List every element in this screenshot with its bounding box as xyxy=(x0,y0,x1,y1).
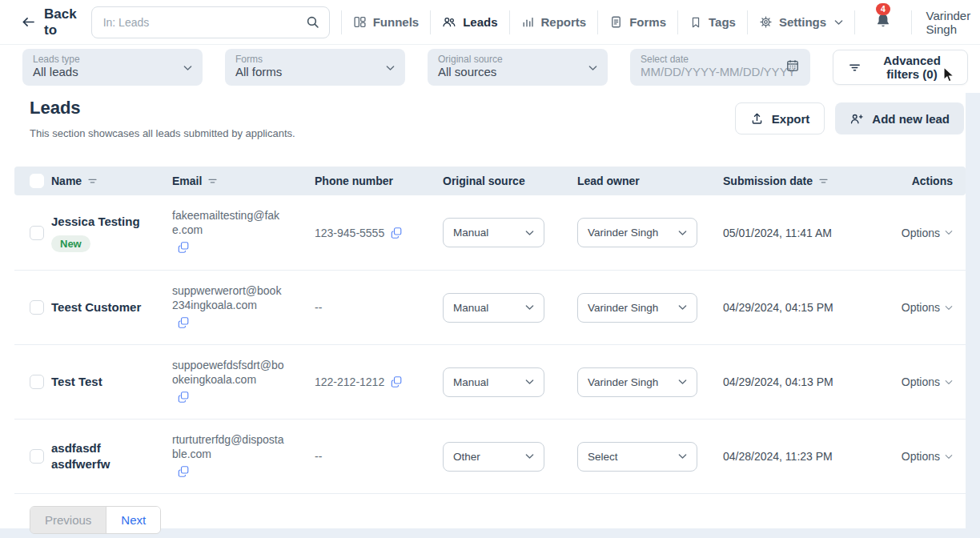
row-checkbox[interactable] xyxy=(30,449,44,464)
table-header-row: Name Email Phone number Original source … xyxy=(14,167,966,195)
tags-icon xyxy=(689,16,702,29)
lead-owner-select[interactable]: Varinder Singh xyxy=(577,367,697,397)
select-all-checkbox[interactable] xyxy=(30,174,44,188)
original-source-select[interactable]: Other xyxy=(443,442,544,472)
source-cell: Manual xyxy=(443,367,577,397)
top-navigation-bar: Back to FunnelsLeadsReportsFormsTagsSett… xyxy=(0,0,980,45)
export-button[interactable]: Export xyxy=(735,102,825,134)
lead-phone: 123-945-5555 xyxy=(315,227,384,239)
add-user-icon xyxy=(849,112,864,126)
copy-icon xyxy=(177,316,190,329)
email-cell: suppoewefdsfsdrt@bookeingkoala.com xyxy=(172,358,315,407)
copy-email-button[interactable] xyxy=(177,391,190,404)
filter-leads-type[interactable]: Leads typeAll leads xyxy=(22,49,203,86)
column-header-name[interactable]: Name xyxy=(51,175,172,187)
export-label: Export xyxy=(772,112,810,126)
name-cell: Teest Customer xyxy=(51,299,172,315)
nav-item-settings[interactable]: Settings xyxy=(748,6,854,38)
next-page-button[interactable]: Next xyxy=(106,507,160,533)
main-nav: FunnelsLeadsReportsFormsTagsSettings xyxy=(341,6,855,38)
nav-item-funnels[interactable]: Funnels xyxy=(342,6,431,38)
nav-item-forms[interactable]: Forms xyxy=(598,6,677,38)
back-label: Back to xyxy=(44,6,77,38)
lead-phone: -- xyxy=(315,301,322,314)
original-source-select[interactable]: Manual xyxy=(443,218,544,247)
add-new-lead-label: Add new lead xyxy=(872,112,950,126)
notifications-button[interactable]: 4 xyxy=(870,9,897,36)
back-button[interactable]: Back to xyxy=(21,6,77,38)
actions-cell: Options xyxy=(905,301,966,314)
email-cell: rturtutrerfdg@dispostable.com xyxy=(172,432,315,481)
name-cell: Jessica Testing New xyxy=(51,214,172,252)
add-new-lead-button[interactable]: Add new lead xyxy=(835,102,964,134)
nav-item-reports[interactable]: Reports xyxy=(510,6,598,38)
options-button[interactable]: Options xyxy=(902,450,953,463)
copy-phone-button[interactable] xyxy=(390,227,403,239)
phone-cell: 122-212-1212 xyxy=(315,375,443,388)
previous-page-button[interactable]: Previous xyxy=(30,507,106,533)
copy-email-button[interactable] xyxy=(177,241,190,254)
column-header-date[interactable]: Submission date xyxy=(723,175,905,187)
chevron-down-icon xyxy=(525,230,534,236)
chevron-down-icon xyxy=(588,65,597,71)
source-cell: Other xyxy=(443,442,577,472)
page-title: Leads xyxy=(30,98,295,118)
user-menu[interactable]: Varinder Singh xyxy=(926,9,980,36)
search-icon[interactable] xyxy=(305,14,320,30)
leads-icon xyxy=(442,15,456,29)
row-checkbox[interactable] xyxy=(30,300,44,315)
calendar-icon xyxy=(785,58,800,73)
sort-icon xyxy=(87,178,98,185)
column-header-actions: Actions xyxy=(905,175,966,187)
chevron-down-icon xyxy=(183,65,192,71)
table-row: Test Test suppoewefdsfsdrt@bookeingkoala… xyxy=(14,344,966,419)
table-row: Teest Customer suppwerwerort@book234ingk… xyxy=(14,270,966,344)
chevron-down-icon xyxy=(678,230,687,236)
lead-owner-select[interactable]: Varinder Singh xyxy=(577,218,697,247)
nav-item-leads[interactable]: Leads xyxy=(431,6,508,38)
sort-icon xyxy=(207,178,218,185)
row-checkbox[interactable] xyxy=(30,226,44,240)
original-source-select[interactable]: Manual xyxy=(443,293,544,323)
lead-owner-select[interactable]: Varinder Singh xyxy=(577,293,697,323)
lead-phone: 122-212-1212 xyxy=(315,375,384,388)
lead-owner-select[interactable]: Select xyxy=(577,442,697,472)
lead-name: Teest Customer xyxy=(51,299,172,315)
column-header-email[interactable]: Email xyxy=(172,175,315,187)
row-checkbox[interactable] xyxy=(30,375,44,389)
search-input[interactable] xyxy=(91,6,330,38)
original-source-select[interactable]: Manual xyxy=(443,367,544,397)
pagination: Previous Next xyxy=(30,506,161,534)
filter-select-date[interactable]: Select dateMM/DD/YYYY-MM/DD/YYYY xyxy=(630,49,810,86)
owner-cell: Varinder Singh xyxy=(577,367,723,397)
nav-item-tags[interactable]: Tags xyxy=(678,6,747,38)
chevron-down-icon xyxy=(678,453,687,460)
copy-email-button[interactable] xyxy=(177,316,190,329)
table-row: Jessica Testing New fakeemailtesting@fak… xyxy=(14,195,966,270)
settings-icon xyxy=(759,15,773,29)
source-cell: Manual xyxy=(443,218,577,247)
options-button[interactable]: Options xyxy=(902,375,953,388)
phone-cell: -- xyxy=(315,450,443,463)
options-button[interactable]: Options xyxy=(902,227,953,239)
advanced-filters-button[interactable]: Advanced filters (0) xyxy=(833,50,968,85)
advanced-filters-label: Advanced filters (0) xyxy=(871,54,953,81)
filter-pills: Leads typeAll leadsFormsAll formsOrigina… xyxy=(22,49,810,86)
copy-icon xyxy=(177,391,190,404)
name-cell: asdfasdf asdfwerfw xyxy=(51,440,172,472)
filter-original-source[interactable]: Original sourceAll sources xyxy=(428,49,608,86)
options-button[interactable]: Options xyxy=(902,301,953,314)
divider xyxy=(854,10,855,34)
copy-email-button[interactable] xyxy=(177,465,190,478)
copy-icon xyxy=(177,241,190,254)
chevron-down-icon xyxy=(945,379,953,385)
actions-cell: Options xyxy=(905,227,966,239)
email-cell: suppwerwerort@book234ingkoala.com xyxy=(172,283,315,332)
copy-phone-button[interactable] xyxy=(390,375,403,388)
submission-date: 04/28/2024, 11:23 PM xyxy=(723,450,905,463)
filter-forms[interactable]: FormsAll forms xyxy=(225,49,405,86)
column-header-source: Original source xyxy=(443,175,577,187)
actions-cell: Options xyxy=(905,375,966,388)
copy-icon xyxy=(177,465,190,478)
lead-email: fakeemailtesting@fake.com xyxy=(172,208,286,237)
